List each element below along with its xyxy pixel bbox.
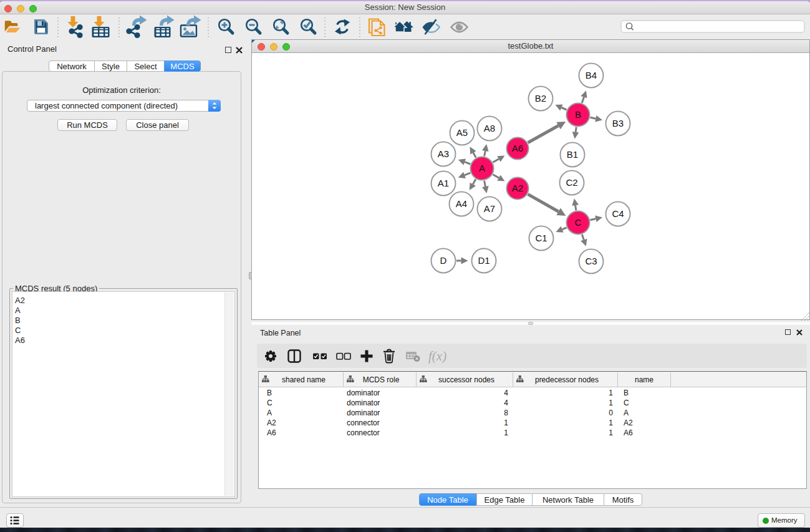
svg-text:A3: A3 xyxy=(438,148,449,159)
svg-text:A2: A2 xyxy=(512,183,523,193)
svg-text:MCDS role: MCDS role xyxy=(363,375,400,384)
svg-text:B4: B4 xyxy=(586,70,597,80)
svg-text:successor nodes: successor nodes xyxy=(438,375,494,384)
svg-text:A4: A4 xyxy=(456,198,467,209)
svg-text:D1: D1 xyxy=(478,255,489,266)
svg-text:D: D xyxy=(440,255,447,266)
svg-text:A7: A7 xyxy=(484,203,495,214)
svg-text:shared name: shared name xyxy=(282,375,325,384)
svg-text:B: B xyxy=(575,109,581,120)
svg-text:predecessor nodes: predecessor nodes xyxy=(535,375,599,384)
svg-text:B3: B3 xyxy=(612,118,624,128)
svg-text:B2: B2 xyxy=(535,93,546,104)
svg-text:B1: B1 xyxy=(567,149,578,160)
svg-text:A5: A5 xyxy=(456,127,468,138)
svg-text:f(x): f(x) xyxy=(428,349,446,364)
svg-text:C3: C3 xyxy=(585,256,597,266)
svg-text:A6: A6 xyxy=(512,143,523,153)
svg-text:C4: C4 xyxy=(612,208,624,219)
svg-text:C1: C1 xyxy=(535,233,547,243)
svg-text:name: name xyxy=(635,375,653,384)
svg-text:A1: A1 xyxy=(438,178,449,188)
svg-text:C: C xyxy=(575,217,582,228)
svg-text:A: A xyxy=(479,163,485,173)
svg-text:C2: C2 xyxy=(566,177,577,188)
svg-text:A8: A8 xyxy=(484,123,495,133)
